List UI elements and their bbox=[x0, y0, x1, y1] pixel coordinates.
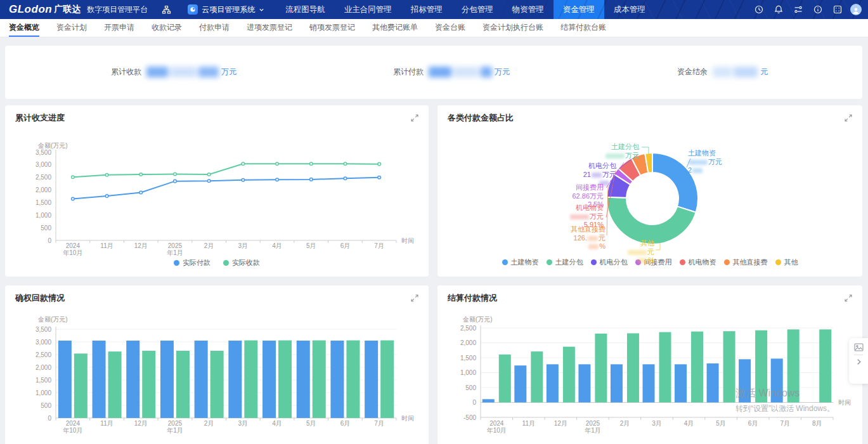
svg-text:2,000: 2,000 bbox=[36, 364, 51, 371]
expand-icon[interactable] bbox=[411, 294, 418, 302]
bell-icon[interactable] bbox=[772, 3, 786, 16]
svg-text:1,500: 1,500 bbox=[460, 355, 476, 362]
tab-10[interactable]: 结算付款台账 bbox=[560, 19, 606, 37]
donut-label-value: 21万元 bbox=[566, 171, 616, 180]
svg-text:0: 0 bbox=[48, 237, 51, 244]
topnav-item-4[interactable]: 物资管理 bbox=[503, 0, 554, 19]
side-collapsed-widget bbox=[849, 338, 868, 384]
chevron-right-icon[interactable] bbox=[855, 358, 862, 365]
svg-text:0: 0 bbox=[472, 399, 476, 406]
svg-text:3月: 3月 bbox=[238, 420, 249, 427]
svg-text:年1月: 年1月 bbox=[585, 427, 601, 434]
tab-9[interactable]: 资金计划执行台账 bbox=[483, 19, 543, 37]
legend-dot bbox=[174, 260, 179, 266]
legend-item-6[interactable]: 其他 bbox=[775, 258, 798, 267]
sitemap-icon[interactable] bbox=[162, 5, 171, 15]
svg-text:3月: 3月 bbox=[652, 420, 662, 427]
bar-chart: 金额(万元)05001,0001,5002,0002,5003,0003,500… bbox=[15, 305, 418, 436]
tab-0[interactable]: 资金概览 bbox=[9, 19, 39, 37]
svg-text:金额(万元): 金额(万元) bbox=[37, 142, 68, 149]
legend-dot bbox=[724, 259, 730, 265]
svg-text:-500: -500 bbox=[463, 414, 476, 421]
legend-label: 实际付款 bbox=[183, 258, 211, 268]
svg-text:8月: 8月 bbox=[812, 420, 822, 427]
top-menu: 流程图导航业主合同管理招标管理分包管理物资管理资金管理成本管理 bbox=[276, 0, 655, 19]
svg-text:年10月: 年10月 bbox=[63, 427, 82, 434]
sliders-icon[interactable] bbox=[791, 3, 805, 16]
svg-text:1,000: 1,000 bbox=[36, 212, 51, 219]
donut-label-name: 土建物资 bbox=[688, 149, 745, 158]
svg-text:6月: 6月 bbox=[748, 420, 758, 427]
clock-icon[interactable] bbox=[752, 3, 766, 16]
legend-dot bbox=[591, 259, 597, 265]
donut-label-name: 其他 bbox=[614, 239, 654, 248]
redacted-text bbox=[628, 250, 647, 255]
legend-label: 其他 bbox=[784, 258, 798, 267]
legend-label: 土建物资 bbox=[511, 258, 539, 267]
legend-item-0[interactable]: 实际付款 bbox=[174, 258, 211, 268]
donut-label-6: 其他元% bbox=[614, 239, 654, 265]
topnav-item-6[interactable]: 成本管理 bbox=[604, 0, 655, 19]
svg-text:7月: 7月 bbox=[780, 420, 790, 427]
redacted-text bbox=[637, 258, 647, 263]
topnav-item-1[interactable]: 业主合同管理 bbox=[335, 0, 401, 19]
svg-text:1,000: 1,000 bbox=[36, 389, 51, 396]
svg-text:2月: 2月 bbox=[204, 242, 214, 249]
svg-text:12月: 12月 bbox=[134, 242, 148, 249]
redacted-text bbox=[689, 160, 708, 165]
svg-text:年1月: 年1月 bbox=[167, 249, 183, 256]
svg-text:时间: 时间 bbox=[838, 399, 851, 406]
expand-icon[interactable] bbox=[845, 114, 852, 122]
app-switcher[interactable]: 云项目管理系统 bbox=[188, 4, 264, 15]
legend-item-5[interactable]: 其他直接费 bbox=[724, 258, 768, 267]
stat-label: 累计付款 bbox=[393, 67, 424, 77]
svg-text:1,000: 1,000 bbox=[460, 369, 476, 376]
svg-text:年10月: 年10月 bbox=[487, 427, 507, 434]
legend-label: 实际收款 bbox=[232, 258, 260, 268]
donut-label-percent: 2 bbox=[688, 166, 745, 175]
donut-label-percent: % bbox=[556, 242, 606, 251]
tab-4[interactable]: 付款申请 bbox=[199, 19, 230, 37]
apps-icon[interactable] bbox=[831, 3, 845, 16]
svg-text:1,500: 1,500 bbox=[36, 377, 51, 384]
svg-text:4月: 4月 bbox=[684, 420, 694, 427]
donut-label-value: 元 bbox=[614, 248, 654, 257]
svg-text:2024: 2024 bbox=[489, 420, 504, 427]
topnav-item-3[interactable]: 分包管理 bbox=[452, 0, 503, 19]
svg-text:4月: 4月 bbox=[272, 242, 282, 249]
tab-8[interactable]: 资金台账 bbox=[435, 19, 465, 37]
svg-text:500: 500 bbox=[465, 384, 476, 391]
tab-5[interactable]: 进项发票登记 bbox=[247, 19, 292, 37]
tab-3[interactable]: 收款记录 bbox=[152, 19, 182, 37]
info-icon[interactable] bbox=[811, 3, 825, 16]
topnav-item-2[interactable]: 招标管理 bbox=[401, 0, 452, 19]
topnav-item-0[interactable]: 流程图导航 bbox=[276, 0, 335, 19]
legend-dot bbox=[680, 259, 685, 265]
legend-item-0[interactable]: 土建物资 bbox=[502, 258, 539, 267]
tab-7[interactable]: 其他费记账单 bbox=[372, 19, 418, 37]
legend-item-1[interactable]: 实际收款 bbox=[223, 258, 260, 268]
svg-text:6月: 6月 bbox=[340, 420, 351, 427]
svg-text:3,500: 3,500 bbox=[36, 326, 51, 333]
topbar: GLodon 广联达 数字项目管理平台 云项目管理系统 流程图导航业主合同管理招… bbox=[0, 0, 868, 19]
tab-6[interactable]: 销项发票登记 bbox=[309, 19, 355, 37]
legend-item-1[interactable]: 土建分包 bbox=[547, 258, 583, 267]
tab-2[interactable]: 开票申请 bbox=[104, 19, 134, 37]
svg-text:11月: 11月 bbox=[100, 420, 113, 427]
legend-dot bbox=[223, 260, 229, 266]
donut-label-value: 62.86万元 bbox=[554, 192, 604, 201]
topnav-item-5[interactable]: 资金管理 bbox=[554, 0, 604, 19]
svg-text:2024: 2024 bbox=[66, 420, 81, 427]
donut-label-percent: % bbox=[614, 256, 654, 265]
svg-text:3,000: 3,000 bbox=[36, 161, 51, 168]
legend-item-4[interactable]: 机电物资 bbox=[680, 258, 716, 267]
stat-label: 资金结余 bbox=[677, 67, 708, 77]
redacted-value bbox=[146, 67, 219, 77]
expand-icon[interactable] bbox=[411, 114, 418, 122]
svg-text:2,000: 2,000 bbox=[36, 186, 51, 193]
expand-icon[interactable] bbox=[845, 294, 852, 302]
image-icon[interactable] bbox=[854, 343, 864, 351]
svg-text:2月: 2月 bbox=[204, 420, 214, 427]
tab-1[interactable]: 资金计划 bbox=[56, 19, 87, 37]
avatar[interactable] bbox=[850, 4, 862, 15]
